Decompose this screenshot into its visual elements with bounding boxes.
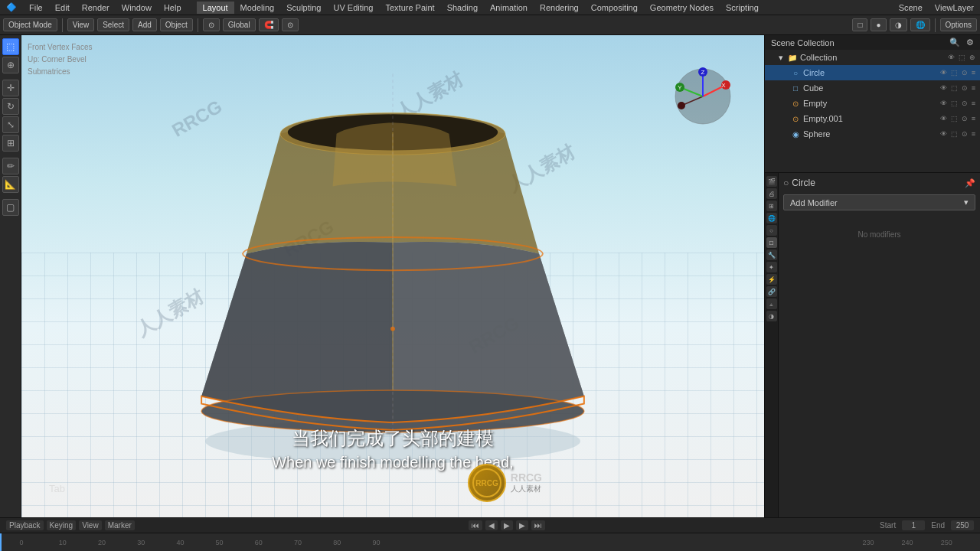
viewport-shading-material[interactable]: ◑ xyxy=(890,18,907,31)
cube-hide-btn[interactable]: ⊙ xyxy=(960,84,969,92)
outliner-row-sphere[interactable]: ◉ Sphere 👁 ⬚ ⊙ ≡ xyxy=(765,126,980,142)
outliner-row-empty001[interactable]: ⊙ Empty.001 👁 ⬚ ⊙ ≡ xyxy=(765,111,980,126)
prop-render-icon[interactable]: 🎬 xyxy=(766,176,777,187)
snap-toggle[interactable]: 🧲 xyxy=(259,18,279,31)
prop-scene-icon[interactable]: 🌐 xyxy=(766,213,777,223)
tool-scale[interactable]: ⤡ xyxy=(2,116,19,133)
workspace-geometry[interactable]: Geometry Nodes xyxy=(644,2,720,14)
workspace-sculpting[interactable]: Sculpting xyxy=(280,2,327,14)
menu-window[interactable]: Window xyxy=(116,2,158,14)
viewlayer-name[interactable]: ViewLayer xyxy=(929,2,980,14)
add-modifier-button[interactable]: Add Modifier ▾ xyxy=(783,194,975,210)
select-menu[interactable]: Select xyxy=(97,18,129,31)
scene-name[interactable]: Scene xyxy=(893,2,929,14)
prev-frame-btn[interactable]: ◀ xyxy=(485,520,498,530)
viewport-gizmo[interactable]: X Y Z xyxy=(672,66,733,127)
collection-select-btn[interactable]: ⬚ xyxy=(957,54,967,61)
prop-world-icon[interactable]: ○ xyxy=(766,225,777,236)
marker-menu[interactable]: Marker xyxy=(105,520,135,530)
sphere-extra-btn[interactable]: ≡ xyxy=(970,130,977,138)
circle-camera-btn[interactable]: ⬚ xyxy=(949,69,959,77)
object-mode-selector[interactable]: Object Mode xyxy=(3,18,57,31)
prop-pin-icon[interactable]: 📌 xyxy=(965,178,975,188)
outliner-row-collection[interactable]: ▾ 📁 Collection 👁 ⬚ ⊕ xyxy=(765,50,980,65)
outliner-search-icon[interactable]: 🔍 xyxy=(949,37,960,47)
empty-hide-btn[interactable]: ⊙ xyxy=(960,99,969,107)
prop-view-layer-icon[interactable]: ⊞ xyxy=(766,201,777,211)
prop-particles-icon[interactable]: ✦ xyxy=(766,262,777,272)
viewport-3d[interactable]: RRCG 人人素材 RRCG RRCG 人人素材 人人素材 xyxy=(21,35,764,517)
collection-hide-btn[interactable]: ⊕ xyxy=(968,54,977,61)
object-menu[interactable]: Object xyxy=(160,18,193,31)
tool-rotate[interactable]: ↻ xyxy=(2,98,19,115)
empty-view-btn[interactable]: 👁 xyxy=(939,99,949,107)
collection-view-btn[interactable]: 👁 xyxy=(946,54,956,61)
prop-modifier-icon[interactable]: 🔧 xyxy=(766,249,777,260)
prop-object-icon[interactable]: □ xyxy=(766,237,777,248)
play-btn[interactable]: ▶ xyxy=(501,520,513,530)
view-menu-tl[interactable]: View xyxy=(79,520,102,530)
end-frame[interactable]: 250 xyxy=(951,520,974,530)
empty001-select-btn[interactable]: ⬚ xyxy=(949,115,959,122)
workspace-uv[interactable]: UV Editing xyxy=(327,2,379,14)
outliner-filter-icon[interactable]: ⚙ xyxy=(966,37,974,47)
viewport-shading-wireframe[interactable]: □ xyxy=(852,18,867,31)
viewport-shading-solid[interactable]: ● xyxy=(871,18,886,31)
workspace-texture[interactable]: Texture Paint xyxy=(379,2,440,14)
cube-extra-btn[interactable]: ≡ xyxy=(970,84,977,92)
workspace-compositing[interactable]: Compositing xyxy=(585,2,644,14)
workspace-modeling[interactable]: Modeling xyxy=(234,2,281,14)
cube-select-btn[interactable]: ⬚ xyxy=(949,84,959,92)
menu-render[interactable]: Render xyxy=(76,2,116,14)
add-menu[interactable]: Add xyxy=(132,18,157,31)
prop-output-icon[interactable]: 🖨 xyxy=(766,188,777,199)
sphere-select-btn[interactable]: ⬚ xyxy=(949,130,959,138)
workspace-animation[interactable]: Animation xyxy=(484,2,534,14)
empty-extra-btn[interactable]: ≡ xyxy=(970,99,977,107)
circle-extra-btn[interactable]: ≡ xyxy=(970,69,977,77)
tool-transform[interactable]: ⊞ xyxy=(2,135,19,152)
workspace-scripting[interactable]: Scripting xyxy=(720,2,765,14)
outliner-row-cube[interactable]: □ Cube 👁 ⬚ ⊙ ≡ xyxy=(765,80,980,96)
outliner-row-circle[interactable]: ○ Circle 👁 ⬚ ⊙ ≡ xyxy=(765,65,980,80)
tool-cursor[interactable]: ⊕ xyxy=(2,57,19,73)
viewport-shading-rendered[interactable]: 🌐 xyxy=(910,18,930,31)
tool-move[interactable]: ✛ xyxy=(2,80,19,96)
empty-select-btn[interactable]: ⬚ xyxy=(949,99,959,107)
playback-menu[interactable]: Playback xyxy=(6,520,44,530)
menu-blender-icon[interactable]: 🔷 xyxy=(0,1,23,14)
timeline-track[interactable]: 0 10 20 30 40 50 60 70 80 90 230 240 250 xyxy=(0,533,980,551)
workspace-layout[interactable]: Layout xyxy=(197,2,234,14)
tool-annotate[interactable]: ✏ xyxy=(2,158,19,174)
menu-help[interactable]: Help xyxy=(158,2,188,14)
transform-pivot[interactable]: ⊙ xyxy=(203,18,220,31)
prop-data-icon[interactable]: ⟁ xyxy=(766,298,777,309)
outliner-row-empty[interactable]: ⊙ Empty 👁 ⬚ ⊙ ≡ xyxy=(765,96,980,111)
prop-constraints-icon[interactable]: 🔗 xyxy=(766,286,777,297)
menu-file[interactable]: File xyxy=(23,2,49,14)
circle-render-btn[interactable]: ⊙ xyxy=(960,69,969,77)
workspace-shading[interactable]: Shading xyxy=(441,2,484,14)
jump-start-btn[interactable]: ⏮ xyxy=(469,520,482,530)
timeline-playhead[interactable] xyxy=(0,533,2,551)
menu-edit[interactable]: Edit xyxy=(49,2,76,14)
keying-menu[interactable]: Keying xyxy=(47,520,77,530)
start-frame[interactable]: 1 xyxy=(902,520,925,530)
empty001-view-btn[interactable]: 👁 xyxy=(939,115,949,122)
options-button[interactable]: Options xyxy=(940,18,977,31)
tool-measure[interactable]: 📐 xyxy=(2,176,19,193)
next-frame-btn[interactable]: ▶ xyxy=(516,520,528,530)
jump-end-btn[interactable]: ⏭ xyxy=(531,520,545,530)
tool-add[interactable]: ▢ xyxy=(2,199,19,216)
prop-material-icon[interactable]: ◑ xyxy=(766,311,777,321)
empty001-hide-btn[interactable]: ⊙ xyxy=(960,115,969,122)
view-menu[interactable]: View xyxy=(67,18,95,31)
cube-view-btn[interactable]: 👁 xyxy=(939,84,949,92)
proportional-toggle[interactable]: ⊙ xyxy=(282,18,299,31)
transform-orientation[interactable]: Global xyxy=(223,18,256,31)
sphere-view-btn[interactable]: 👁 xyxy=(939,130,949,138)
empty001-extra-btn[interactable]: ≡ xyxy=(970,115,977,122)
workspace-rendering[interactable]: Rendering xyxy=(534,2,585,14)
prop-physics-icon[interactable]: ⚡ xyxy=(766,274,777,285)
tool-select-box[interactable]: ⬚ xyxy=(2,38,19,55)
